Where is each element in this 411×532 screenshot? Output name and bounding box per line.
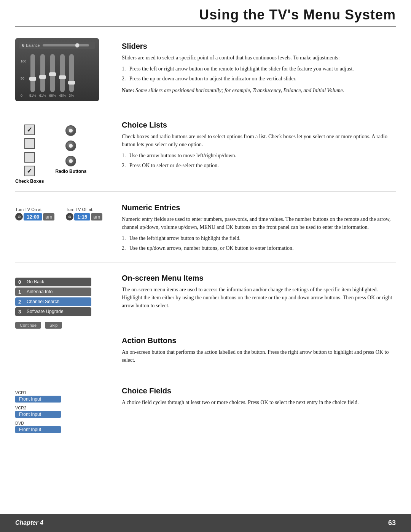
checkbox-2 xyxy=(24,138,35,149)
page-footer: Chapter 4 63 xyxy=(0,514,411,532)
sliders-title: Sliders xyxy=(122,42,396,51)
menu-item-0-num: 0 xyxy=(18,279,24,285)
v-slider-5: 3% xyxy=(69,52,74,97)
menu-illustration: 0 Go Back 1 Antenna Info 2 Channel Searc… xyxy=(15,266,114,336)
turn-off-time: 1:15 xyxy=(74,213,90,220)
numeric-body: Numeric entry fields are used to enter n… xyxy=(122,215,396,231)
choice-fields-body: A choice field cycles through at least t… xyxy=(122,398,396,406)
sliders-step-2: Press the up or down arrow button to adj… xyxy=(122,75,396,83)
vcr1-label: VCR1 xyxy=(15,390,61,395)
v-slider-thumb-4 xyxy=(59,75,66,79)
action-buttons-row: Continue Skip xyxy=(15,322,91,329)
v-slider-3: 68% xyxy=(49,52,56,97)
turn-on-entry: Turn TV On at: ⊕ 12:00 am xyxy=(15,207,54,220)
menu-item-3-label: Software Upgrade xyxy=(27,309,64,314)
choice-fields-title: Choice Fields xyxy=(122,387,396,395)
choice-field-vcr2: VCR2 Front Input xyxy=(15,406,61,418)
sliders-text: Sliders Sliders are used to select a spe… xyxy=(114,34,396,109)
menu-item-2: 2 Channel Search xyxy=(15,297,91,306)
v-slider-track-1 xyxy=(30,54,35,92)
numeric-step-2: Use the up/down arrows, number buttons, … xyxy=(122,244,396,252)
v-slider-track-5 xyxy=(69,54,74,92)
v-slider-1: 51% xyxy=(29,52,36,97)
balance-thumb xyxy=(75,43,80,48)
continue-button[interactable]: Continue xyxy=(15,322,41,329)
v-slider-track-3 xyxy=(50,54,55,92)
v-slider-label-1: 51% xyxy=(29,94,36,97)
menu-item-3: 3 Software Upgrade xyxy=(15,307,91,316)
sliders-body: Sliders are used to select a specific po… xyxy=(122,54,396,62)
menu-item-3-num: 3 xyxy=(18,309,24,315)
dvd-label: DVD xyxy=(15,421,61,425)
v-slider-label-5: 3% xyxy=(69,94,74,97)
page-title: Using the TV's Menu System xyxy=(15,7,396,27)
skip-button[interactable]: Skip xyxy=(45,322,62,329)
v-slider-track-4 xyxy=(60,54,65,92)
v-slider-thumb-5 xyxy=(68,81,75,85)
menu-item-0-label: Go Back xyxy=(27,279,44,284)
v-slider-label-4: 45% xyxy=(59,94,66,97)
checkbox-group xyxy=(24,125,35,176)
v-slider-thumb-3 xyxy=(49,72,56,76)
menu-item-0: 0 Go Back xyxy=(15,278,91,286)
choice-fields-graphic: VCR1 Front Input VCR2 Front Input DVD Fr… xyxy=(15,387,61,433)
action-buttons-body: An on-screen button that performs the ac… xyxy=(122,348,396,364)
radio-group xyxy=(65,125,76,166)
turn-off-label: Turn TV Off at: xyxy=(66,207,102,212)
balance-track xyxy=(43,44,89,46)
choice-fields-text: Choice Fields A choice field cycles thro… xyxy=(114,379,396,441)
numeric-list: Use the left/right arrow button to highl… xyxy=(122,234,396,253)
vcr1-value: Front Input xyxy=(15,396,61,403)
menu-item-1-label: Antenna Info xyxy=(27,289,53,294)
sliders-illustration: 6 Balance 100 50 0 xyxy=(15,34,114,109)
numeric-title: Numeric Entries xyxy=(122,203,396,212)
numeric-illustration: Turn TV On at: ⊕ 12:00 am Turn TV Off at… xyxy=(15,196,114,262)
choice-graphic: Check Boxes Radio Buttons xyxy=(15,121,86,184)
v-slider-2: 61% xyxy=(39,52,46,97)
turn-off-ampm: am xyxy=(91,213,102,220)
choice-fields-illustration: VCR1 Front Input VCR2 Front Input DVD Fr… xyxy=(15,379,114,441)
menu-graphic: 0 Go Back 1 Antenna Info 2 Channel Searc… xyxy=(15,274,91,329)
choice-lists-step-2: Press OK to select or de-select the opti… xyxy=(122,161,396,170)
turn-off-icon: ⊕ xyxy=(66,213,73,220)
numeric-graphic: Turn TV On at: ⊕ 12:00 am Turn TV Off at… xyxy=(15,203,102,220)
choice-lists-text: Choice Lists Check boxes and radio butto… xyxy=(114,113,396,192)
menu-item-1: 1 Antenna Info xyxy=(15,288,91,296)
choice-lists-title: Choice Lists xyxy=(122,121,396,129)
dvd-value: Front Input xyxy=(15,426,61,433)
checkbox-3 xyxy=(24,152,35,163)
action-buttons-title: Action Buttons xyxy=(122,336,396,345)
checkbox-4 xyxy=(24,166,35,176)
vcr2-value: Front Input xyxy=(15,411,61,418)
sliders-list: Press the left or right arrow button on … xyxy=(122,65,396,83)
v-slider-4: 45% xyxy=(59,52,66,97)
sliders-step-1: Press the left or right arrow button on … xyxy=(122,65,396,73)
check-boxes-label: Check Boxes xyxy=(15,179,44,184)
vcr2-label: VCR2 xyxy=(15,406,61,410)
balance-label: Balance xyxy=(26,43,40,48)
choice-lists-illustration: Check Boxes Radio Buttons xyxy=(15,113,114,192)
menu-item-2-num: 2 xyxy=(18,299,24,305)
turn-off-field-row: ⊕ 1:15 am xyxy=(66,213,102,220)
slider-graphic: 6 Balance 100 50 0 xyxy=(15,38,99,101)
checkbox-1 xyxy=(24,125,35,135)
radio-3 xyxy=(65,156,76,166)
choice-field-vcr1: VCR1 Front Input xyxy=(15,390,61,403)
balance-slider: 6 Balance xyxy=(19,42,95,49)
turn-off-entry: Turn TV Off at: ⊕ 1:15 am xyxy=(66,207,102,220)
choice-field-dvd: DVD Front Input xyxy=(15,421,61,433)
slider-scale: 100 50 0 xyxy=(21,59,26,97)
v-slider-thumb-1 xyxy=(29,77,36,81)
menu-title: On-screen Menu Items xyxy=(122,274,396,283)
v-slider-label-2: 61% xyxy=(39,94,46,97)
numeric-row: Turn TV On at: ⊕ 12:00 am Turn TV Off at… xyxy=(15,207,102,220)
turn-on-time: 12:00 xyxy=(24,213,42,220)
choice-lists-list: Use the arrow buttons to move left/right… xyxy=(122,152,396,170)
turn-on-ampm: am xyxy=(43,213,54,220)
radio-2 xyxy=(65,141,76,151)
radio-1 xyxy=(65,125,76,136)
choice-lists-body: Check boxes and radio buttons are used t… xyxy=(122,133,396,149)
v-slider-track-2 xyxy=(40,54,45,92)
turn-on-icon: ⊕ xyxy=(15,213,23,220)
menu-text: On-screen Menu Items The on-screen menu … xyxy=(114,266,396,336)
